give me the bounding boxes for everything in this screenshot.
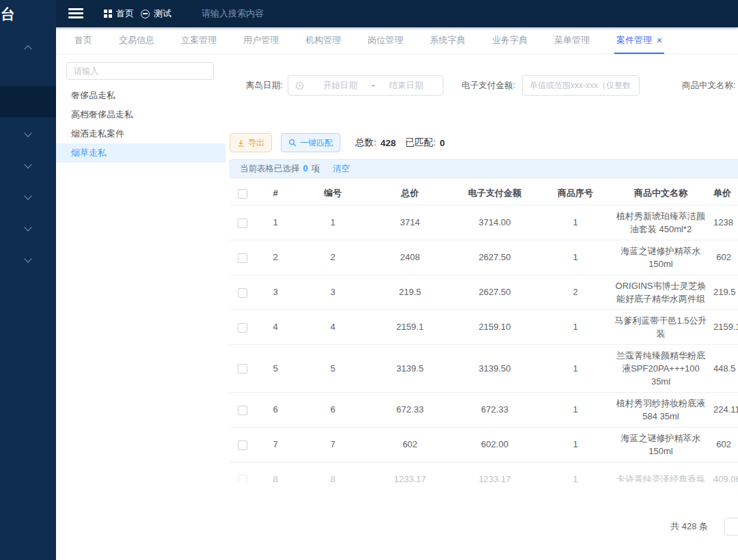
tab-菜单管理[interactable]: 菜单管理 [552,27,592,54]
table-cell: 卡诗菁纯亮泽经典香氛 [611,462,711,482]
chevron-down-icon [24,255,31,262]
table-row: 442159.12159.101马爹利蓝带干邑1.5公升装2159.1 [230,309,738,344]
table-cell: 672.33 [370,392,450,427]
sidebar-menu-item[interactable] [0,149,56,180]
table-cell: 1 [540,205,611,240]
table-cell: 2159.10 [450,309,540,344]
table-cell: 1233.17 [370,462,450,482]
tab-机构管理[interactable]: 机构管理 [303,27,343,54]
sidebar-menu-item[interactable] [0,212,56,243]
table-cell: 2 [256,240,295,275]
table-cell: 1 [540,462,611,482]
row-checkbox[interactable] [238,475,247,482]
table-cell: 海蓝之谜修护精萃水 150ml [611,240,711,275]
table-cell: 1 [540,427,611,462]
table-row: 66672.33672.331植村秀羽纱持妆粉底液 584 35ml224.11 [230,392,738,427]
row-checkbox[interactable] [238,219,247,228]
date-end-input[interactable]: 结束日期 [376,80,436,92]
table-cell: 4 [295,309,370,344]
tab-系统字典[interactable]: 系统字典 [428,27,467,54]
sidebar-menu-item[interactable] [0,243,56,275]
tab-立案管理[interactable]: 立案管理 [179,27,219,54]
table-cell: 1 [540,344,611,392]
row-checkbox[interactable] [238,288,247,298]
table-row: 553139.53139.501兰蔻菁纯臻颜精华粉底液SPF20PA+++100… [230,344,738,392]
table-cell: 6 [295,392,370,427]
one-key-match-button[interactable]: 一键匹配 [281,133,340,152]
category-search-input[interactable]: 请输入 [66,62,214,80]
tab-交易信息[interactable]: 交易信息 [117,27,156,54]
chevron-up-icon [24,45,31,53]
table-cell: 2408 [370,240,450,275]
global-search-input[interactable]: 请输入搜索内容 [202,0,311,27]
row-checkbox[interactable] [238,440,247,450]
clock-icon [295,81,304,90]
table-row: 2224082627.501海蓝之谜修护精萃水 150ml602 [230,240,738,275]
tab-label: 机构管理 [305,34,341,46]
table-cell: 1 [256,205,295,240]
table-cell: 4 [256,309,295,344]
col-header-seq: 商品序号 [540,182,611,205]
download-icon [237,139,245,147]
list-item[interactable]: 烟草走私 [56,143,226,163]
tab-label: 案件管理 [616,34,652,46]
table-cell: 海蓝之谜修护精萃水 150ml [611,427,711,462]
row-checkbox[interactable] [238,253,247,263]
sidebar-menu-item[interactable] [0,31,56,63]
tab-用户管理[interactable]: 用户管理 [241,27,281,54]
sidebar-menu-item[interactable] [0,86,56,117]
clear-selection-link[interactable]: 清空 [333,163,350,175]
pagination: 共 428 条 [226,518,738,535]
date-start-input[interactable]: 开始日期 [310,80,370,92]
table-cell: ORIGINS韦博士灵芝焕能好底子精华水两件组 [611,275,711,309]
select-all-checkbox[interactable] [238,189,247,199]
row-checkbox[interactable] [238,406,247,415]
tab-label: 岗位管理 [368,34,403,46]
tab-首页[interactable]: 首页 [72,27,94,54]
table-cell: 8 [256,462,295,482]
list-item[interactable]: 烟酒走私案件 [56,124,226,143]
table-cell: 8 [295,462,370,482]
topbar-test[interactable]: 测试 [141,0,172,27]
table-cell: 448.5 [711,344,738,392]
table-cell: 7 [295,427,370,462]
content-area: 首页交易信息立案管理用户管理机构管理岗位管理系统字典业务字典菜单管理案件管理× … [56,27,738,560]
date-range-picker[interactable]: 开始日期 - 结束日期 [288,75,443,96]
table-cell: 602 [370,427,450,462]
selection-alert-bar: 当前表格已选择 0 项 清空 [230,159,738,178]
table-cell: 3714.00 [450,205,540,240]
export-button[interactable]: 导出 [230,133,272,152]
table-cell: 1238 [711,205,738,240]
table-cell: 219.5 [711,275,738,309]
tab-案件管理[interactable]: 案件管理× [614,27,664,54]
close-icon[interactable]: × [657,36,662,45]
tab-业务字典[interactable]: 业务字典 [490,27,530,54]
row-checkbox[interactable] [238,323,247,333]
topbar-home[interactable]: 首页 [104,0,134,27]
tab-label: 业务字典 [492,34,528,46]
table-cell: 1 [540,240,611,275]
hamburger-menu-icon[interactable] [68,8,83,19]
list-item[interactable]: 奢侈品走私 [56,86,226,105]
match-button-label: 一键匹配 [300,137,333,149]
table-cell: 602.00 [450,427,540,462]
sidebar-menu-item[interactable] [0,117,56,149]
table-cell: 5 [256,344,295,392]
tab-label: 系统字典 [430,34,465,46]
amount-input[interactable]: 单值或范围xxx-xxx（仅整数 [522,75,640,96]
list-item[interactable]: 高档奢侈品走私 [56,105,226,124]
tab-岗位管理[interactable]: 岗位管理 [366,27,405,54]
row-checkbox[interactable] [238,364,247,374]
amount-filter-label: 电子支付金额: [461,80,515,92]
tab-label: 立案管理 [181,34,217,46]
table-cell: 3139.5 [370,344,450,392]
page-size-select[interactable] [724,518,738,535]
selection-count: 0 [303,164,308,173]
category-list: 奢侈品走私高档奢侈品走私烟酒走私案件烟草走私 [56,86,226,163]
search-icon [288,139,297,147]
sidebar-menu [0,0,56,275]
sidebar-menu-item[interactable] [0,180,56,212]
table-cell: 2159.1 [370,309,450,344]
table-body: 1137143714.001植村秀新琥珀臻萃洁颜油套装 450ml*212382… [230,205,738,482]
matched-count: 0 [440,138,446,148]
